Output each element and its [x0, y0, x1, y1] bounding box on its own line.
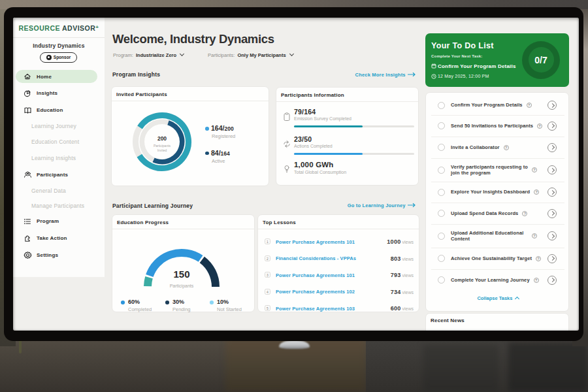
- svg-text:Invited: Invited: [157, 148, 167, 152]
- svg-text:Participants: Participants: [154, 144, 171, 148]
- svg-text:200: 200: [157, 135, 167, 142]
